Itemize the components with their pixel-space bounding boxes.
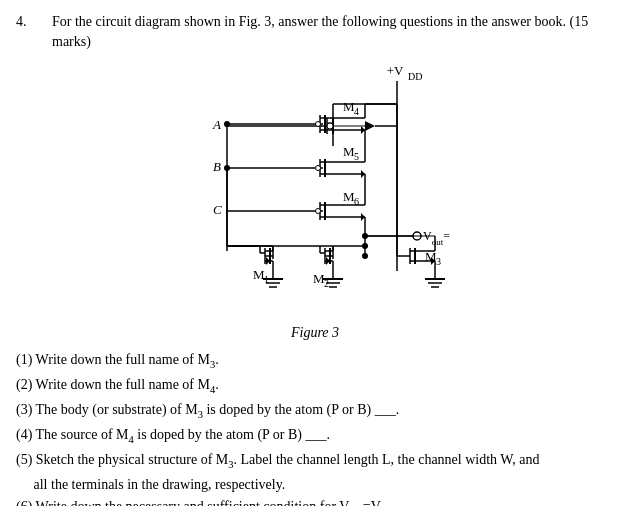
question-part-4: (4) The source of M4 is doped by the ato… <box>16 424 614 448</box>
vdd-subscript: DD <box>408 71 422 82</box>
m5-subscript: 5 <box>354 151 359 162</box>
vout-label: Vout= <box>423 229 450 247</box>
question-part-6: (6) Write down the necessary and suffici… <box>16 496 614 506</box>
question-part-5: (5) Sketch the physical structure of M3.… <box>16 449 614 495</box>
figure-container: +V DD M 4 A <box>16 61 614 341</box>
svg-point-53 <box>362 253 368 259</box>
node-b-label: B <box>213 159 221 174</box>
questions-section: (1) Write down the full name of M3. (2) … <box>16 349 614 506</box>
vdd-label: +V <box>387 63 404 78</box>
question-header: 4. For the circuit diagram shown in Fig.… <box>16 12 614 51</box>
node-c-label: C <box>213 202 222 217</box>
node-a-label: A <box>212 117 221 132</box>
circuit-diagram: +V DD M 4 A <box>105 61 525 321</box>
m4-arrow <box>365 121 375 131</box>
svg-point-9 <box>327 123 333 129</box>
m4-subscript: 4 <box>354 106 359 117</box>
figure-label: Figure 3 <box>291 325 339 341</box>
svg-point-18 <box>316 122 321 127</box>
m3-subscript: 3 <box>436 256 441 267</box>
question-text: For the circuit diagram shown in Fig. 3,… <box>52 12 614 51</box>
svg-point-114 <box>224 121 230 127</box>
svg-point-31 <box>316 166 321 171</box>
svg-point-113 <box>362 243 368 249</box>
question-part-2: (2) Write down the full name of M4. <box>16 374 614 398</box>
question-number: 4. <box>16 12 44 51</box>
question-part-1: (1) Write down the full name of M3. <box>16 349 614 373</box>
svg-point-43 <box>316 209 321 214</box>
question-part-3: (3) The body (or substrate) of M3 is dop… <box>16 399 614 423</box>
